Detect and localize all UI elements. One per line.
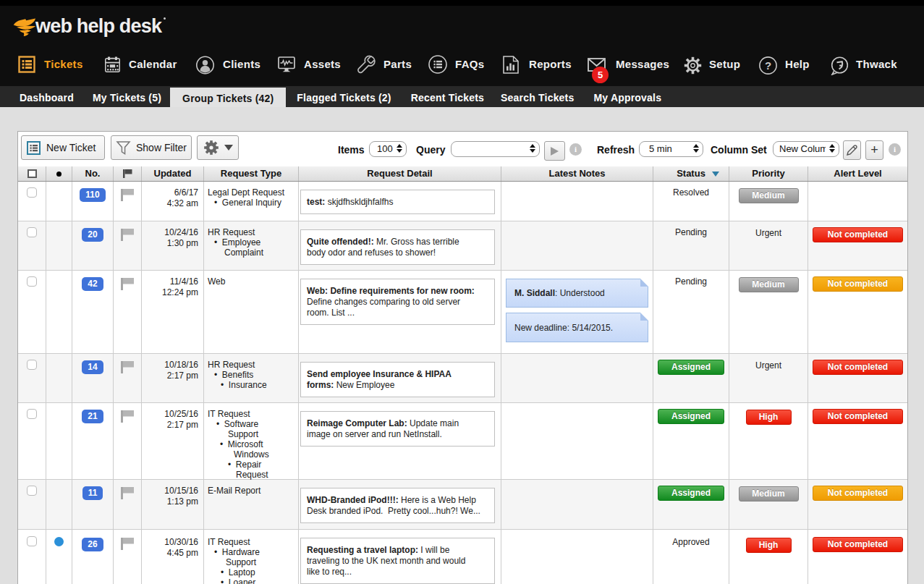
svg-text:?: ? xyxy=(765,59,771,72)
